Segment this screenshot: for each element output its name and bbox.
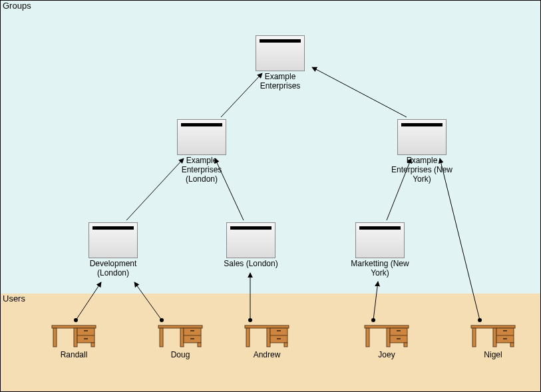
user-label: Randall bbox=[34, 351, 114, 360]
svg-rect-15 bbox=[180, 328, 184, 347]
svg-rect-27 bbox=[277, 338, 281, 339]
svg-rect-37 bbox=[471, 325, 515, 328]
user-node-andrew[interactable]: Andrew bbox=[227, 320, 307, 360]
svg-rect-36 bbox=[404, 343, 407, 347]
user-node-randall[interactable]: Randall bbox=[34, 320, 114, 360]
group-node-root[interactable]: ExampleEnterprises bbox=[240, 35, 320, 91]
window-icon bbox=[397, 119, 447, 155]
groups-region-label: Groups bbox=[3, 1, 31, 11]
window-icon bbox=[355, 222, 405, 258]
svg-rect-5 bbox=[52, 325, 96, 328]
svg-rect-12 bbox=[91, 343, 94, 347]
svg-rect-18 bbox=[190, 330, 194, 331]
svg-rect-29 bbox=[365, 325, 409, 328]
svg-rect-28 bbox=[284, 343, 287, 347]
user-node-joey[interactable]: Joey bbox=[347, 320, 427, 360]
svg-rect-19 bbox=[190, 338, 194, 339]
group-node-newyork[interactable]: ExampleEnterprises (NewYork) bbox=[382, 119, 462, 184]
desk-icon bbox=[363, 320, 410, 349]
svg-rect-21 bbox=[245, 325, 289, 328]
group-node-london[interactable]: ExampleEnterprises(London) bbox=[162, 119, 242, 184]
group-label: Marketting (NewYork) bbox=[340, 260, 420, 278]
svg-rect-44 bbox=[510, 343, 514, 347]
svg-rect-38 bbox=[472, 328, 476, 347]
desk-icon bbox=[51, 320, 97, 349]
svg-rect-11 bbox=[84, 338, 88, 339]
svg-rect-34 bbox=[397, 330, 401, 331]
window-icon bbox=[256, 35, 305, 71]
desk-icon bbox=[244, 320, 290, 349]
svg-rect-43 bbox=[503, 338, 507, 339]
group-label: ExampleEnterprises (NewYork) bbox=[382, 156, 462, 184]
svg-rect-30 bbox=[366, 328, 369, 347]
users-region-label: Users bbox=[3, 294, 25, 303]
user-label: Nigel bbox=[453, 351, 533, 360]
user-label: Doug bbox=[140, 351, 220, 360]
window-icon bbox=[226, 222, 275, 258]
group-node-sales-london[interactable]: Sales (London) bbox=[211, 222, 291, 269]
desk-icon bbox=[157, 320, 204, 349]
svg-rect-35 bbox=[397, 338, 401, 339]
user-node-doug[interactable]: Doug bbox=[140, 320, 220, 360]
svg-rect-7 bbox=[74, 328, 77, 347]
window-icon bbox=[89, 222, 138, 258]
window-icon bbox=[177, 119, 226, 155]
svg-rect-26 bbox=[277, 330, 281, 331]
user-label: Andrew bbox=[227, 351, 307, 360]
svg-rect-23 bbox=[267, 328, 270, 347]
user-label: Joey bbox=[347, 351, 427, 360]
group-node-dev-london[interactable]: Development(London) bbox=[73, 222, 153, 278]
svg-rect-39 bbox=[493, 328, 496, 347]
user-node-nigel[interactable]: Nigel bbox=[453, 320, 533, 360]
svg-rect-42 bbox=[503, 330, 507, 331]
diagram-canvas: Groups Users bbox=[0, 0, 541, 392]
svg-rect-6 bbox=[53, 328, 57, 347]
svg-rect-13 bbox=[158, 325, 202, 328]
svg-rect-22 bbox=[246, 328, 250, 347]
svg-rect-31 bbox=[387, 328, 390, 347]
svg-rect-10 bbox=[84, 330, 88, 331]
group-label: ExampleEnterprises(London) bbox=[162, 156, 242, 184]
group-label: ExampleEnterprises bbox=[240, 73, 320, 91]
svg-rect-20 bbox=[198, 343, 201, 347]
svg-rect-14 bbox=[160, 328, 163, 347]
desk-icon bbox=[470, 320, 516, 349]
group-label: Sales (London) bbox=[211, 260, 291, 269]
group-node-marketing-ny[interactable]: Marketting (NewYork) bbox=[340, 222, 420, 278]
group-label: Development(London) bbox=[73, 260, 153, 278]
